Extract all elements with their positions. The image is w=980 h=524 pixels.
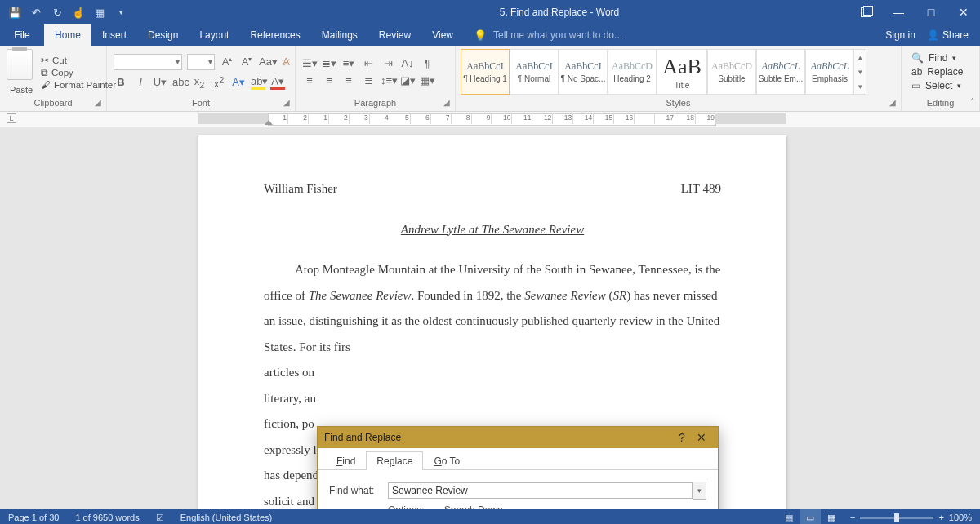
find-what-input[interactable]: Sewanee Review xyxy=(388,482,693,499)
borders-icon[interactable]: ▦▾ xyxy=(420,74,434,87)
style-emphasis[interactable]: AaBbCcLEmphasis xyxy=(805,49,854,95)
superscript-icon[interactable]: x2 xyxy=(212,75,226,90)
ribbon-options-icon[interactable] xyxy=(849,0,882,24)
touch-mode-icon[interactable]: ☝ xyxy=(72,6,85,19)
zoom-value[interactable]: 100% xyxy=(949,513,972,522)
justify-icon[interactable]: ≣ xyxy=(361,74,376,87)
replace-button[interactable]: abReplace xyxy=(911,66,963,78)
multilevel-icon[interactable]: ≡▾ xyxy=(341,57,356,69)
dec-indent-icon[interactable]: ⇤ xyxy=(361,57,376,69)
strike-icon[interactable]: abc xyxy=(172,76,187,88)
group-font: ▾ ▾ A▴ A▾ Aa▾ A̷ B I U▾ abc x2 x2 A▾ ab▾… xyxy=(107,46,296,111)
tab-insert[interactable]: Insert xyxy=(91,24,137,46)
dialog-launcher-icon[interactable]: ◢ xyxy=(889,98,896,107)
style-normal[interactable]: AaBbCcI¶ Normal xyxy=(510,49,559,95)
align-left-icon[interactable]: ≡ xyxy=(302,74,317,87)
tab-design[interactable]: Design xyxy=(137,24,189,46)
qat-customize-icon[interactable]: ▾ xyxy=(114,6,127,19)
copy-button[interactable]: ⧉Copy xyxy=(41,68,116,78)
dialog-launcher-icon[interactable]: ◢ xyxy=(443,98,450,107)
minimize-icon[interactable]: — xyxy=(882,0,915,24)
tab-home[interactable]: Home xyxy=(44,24,91,46)
align-right-icon[interactable]: ≡ xyxy=(341,74,356,87)
document-area[interactable]: William Fisher LIT 489 Andrew Lytle at T… xyxy=(0,127,980,509)
change-case-icon[interactable]: Aa▾ xyxy=(259,56,274,68)
line-spacing-icon[interactable]: ↕≡▾ xyxy=(381,74,395,87)
print-layout-icon[interactable]: ▭ xyxy=(800,509,821,524)
zoom-in-icon[interactable]: + xyxy=(938,513,943,522)
status-words[interactable]: 1 of 9650 words xyxy=(67,513,147,522)
style-subtle-em[interactable]: AaBbCcLSubtle Em... xyxy=(756,49,805,95)
tab-review[interactable]: Review xyxy=(368,24,421,46)
maximize-icon[interactable]: □ xyxy=(915,0,947,24)
style-title[interactable]: AaBTitle xyxy=(657,49,707,95)
bold-icon[interactable]: B xyxy=(114,76,128,88)
font-name-input[interactable]: ▾ xyxy=(114,54,182,70)
shrink-font-icon[interactable]: A▾ xyxy=(239,56,254,68)
highlight-icon[interactable]: ab▾ xyxy=(251,75,265,90)
dialog-launcher-icon[interactable]: ◢ xyxy=(95,98,101,107)
dialog-tab-find[interactable]: Find xyxy=(326,451,366,470)
tab-file[interactable]: File xyxy=(0,24,44,46)
italic-icon[interactable]: I xyxy=(133,76,148,88)
zoom-slider[interactable] xyxy=(860,517,933,519)
underline-icon[interactable]: U▾ xyxy=(153,76,167,88)
share-button[interactable]: 👤 Share xyxy=(927,29,969,41)
status-lang[interactable]: English (United States) xyxy=(172,513,281,522)
styles-gallery[interactable]: AaBbCcI¶ Heading 1 AaBbCcI¶ Normal AaBbC… xyxy=(461,49,866,95)
dialog-tab-goto[interactable]: Go To xyxy=(423,451,470,470)
web-layout-icon[interactable]: ▦ xyxy=(821,509,842,524)
horizontal-ruler[interactable]: 1212345678910111213141516171819 xyxy=(198,112,786,127)
zoom-control[interactable]: − + 100% xyxy=(842,513,980,522)
paste-button[interactable]: Paste xyxy=(10,85,33,95)
subscript-icon[interactable]: x2 xyxy=(192,75,207,90)
tab-selector-icon[interactable]: L xyxy=(7,113,16,123)
tab-references[interactable]: References xyxy=(239,24,310,46)
numbering-icon[interactable]: ≣▾ xyxy=(322,57,336,69)
style-heading2[interactable]: AaBbCcDHeading 2 xyxy=(608,49,657,95)
sign-in-link[interactable]: Sign in xyxy=(885,29,915,41)
clear-format-icon[interactable]: A̷ xyxy=(278,56,293,68)
paste-icon[interactable] xyxy=(7,49,33,80)
dialog-tab-replace[interactable]: Replace xyxy=(366,451,423,470)
styles-more-icon[interactable]: ▴▾▾ xyxy=(854,49,866,95)
find-what-dropdown-icon[interactable]: ▾ xyxy=(693,482,706,500)
share-label: Share xyxy=(942,29,969,41)
dialog-titlebar[interactable]: Find and Replace ? ✕ xyxy=(318,427,718,448)
close-dialog-icon[interactable]: ✕ xyxy=(692,431,711,444)
close-icon[interactable]: ✕ xyxy=(947,0,980,24)
style-heading1[interactable]: AaBbCcI¶ Heading 1 xyxy=(461,49,510,95)
inc-indent-icon[interactable]: ⇥ xyxy=(381,57,395,69)
dialog-launcher-icon[interactable]: ◢ xyxy=(283,98,290,107)
grow-font-icon[interactable]: A▴ xyxy=(220,56,234,68)
align-center-icon[interactable]: ≡ xyxy=(322,74,336,87)
format-painter-button[interactable]: 🖌Format Painter xyxy=(41,80,116,90)
shading-icon[interactable]: ◪▾ xyxy=(400,74,415,87)
bullets-icon[interactable]: ☰▾ xyxy=(302,57,317,69)
text-effects-icon[interactable]: A▾ xyxy=(231,76,246,88)
tell-me-search[interactable]: 💡 Tell me what you want to do... xyxy=(464,24,874,46)
show-marks-icon[interactable]: ¶ xyxy=(420,57,434,69)
select-button[interactable]: ▭Select▾ xyxy=(911,80,963,91)
help-icon[interactable]: ? xyxy=(672,431,692,444)
tab-view[interactable]: View xyxy=(421,24,464,46)
sort-icon[interactable]: A↓ xyxy=(400,57,415,69)
find-button[interactable]: 🔍Find▾ xyxy=(911,52,963,64)
style-subtitle[interactable]: AaBbCcDSubtitle xyxy=(707,49,756,95)
qat-item-icon[interactable]: ▦ xyxy=(93,6,106,19)
cut-button[interactable]: ✂Cut xyxy=(41,55,116,66)
font-color-icon[interactable]: A▾ xyxy=(270,75,285,90)
ribbon: ˄ Paste ✂Cut ⧉Copy 🖌Format Painter Clipb… xyxy=(0,46,980,112)
font-size-input[interactable]: ▾ xyxy=(187,54,215,70)
status-proof-icon[interactable]: ☑ xyxy=(148,513,172,523)
tab-mailings[interactable]: Mailings xyxy=(311,24,368,46)
zoom-out-icon[interactable]: − xyxy=(850,513,855,522)
redo-icon[interactable]: ↻ xyxy=(51,6,64,19)
style-nospacing[interactable]: AaBbCcI¶ No Spac... xyxy=(559,49,608,95)
indent-marker-icon[interactable] xyxy=(265,120,273,125)
read-mode-icon[interactable]: ▤ xyxy=(778,509,800,524)
tab-layout[interactable]: Layout xyxy=(189,24,239,46)
undo-icon[interactable]: ↶ xyxy=(29,6,42,19)
status-page[interactable]: Page 1 of 30 xyxy=(0,513,67,522)
save-icon[interactable]: 💾 xyxy=(8,6,21,19)
